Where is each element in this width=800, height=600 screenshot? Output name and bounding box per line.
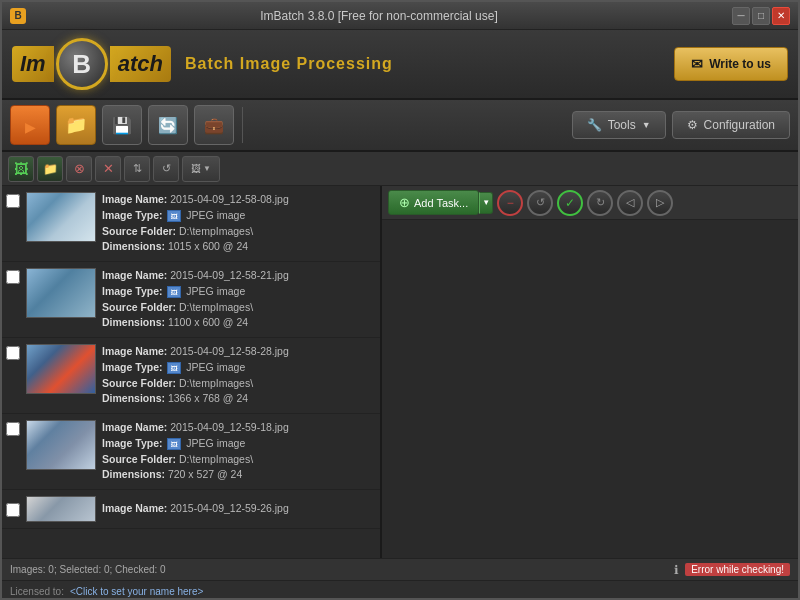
image-thumbnail-4 (26, 420, 96, 470)
licensed-to-label: Licensed to: (10, 586, 64, 597)
item-checkbox-1[interactable] (6, 194, 20, 208)
item-checkbox-4[interactable] (6, 422, 20, 436)
app-icon: B (10, 8, 26, 24)
task-area (382, 220, 798, 558)
minimize-button[interactable]: ─ (732, 7, 750, 25)
dropdown-arrow: ▼ (203, 164, 211, 173)
item-checkbox-5[interactable] (6, 503, 20, 517)
license-link[interactable]: <Click to set your name here> (70, 586, 203, 597)
add-image-icon: 🖼 (14, 161, 28, 177)
envelope-icon (691, 56, 703, 72)
task-action-5[interactable]: ◁ (617, 190, 643, 216)
image-info-2: Image Name: 2015-04-09_12-58-21.jpg Imag… (102, 268, 374, 331)
task-action-6[interactable]: ▷ (647, 190, 673, 216)
add-task-group: ⊕ Add Task... ▼ (388, 190, 493, 215)
minus-icon: − (507, 196, 514, 210)
main-toolbar: 📁 💾 🔄 💼 🔧 Tools ▼ ⚙ Configuration (2, 100, 798, 152)
refresh-button[interactable]: ↺ (153, 156, 179, 182)
logo-im: Im (12, 46, 54, 82)
write-to-us-button[interactable]: Write to us (674, 47, 788, 81)
list-item[interactable]: Image Name: 2015-04-09_12-59-18.jpg Imag… (2, 414, 380, 490)
gear-icon: ⚙ (687, 118, 698, 132)
window-title: ImBatch 3.8.0 [Free for non-commercial u… (26, 9, 732, 23)
main-content: Image Name: 2015-04-09_12-58-08.jpg Imag… (2, 186, 798, 558)
maximize-button[interactable]: □ (752, 7, 770, 25)
tools-dropdown-arrow: ▼ (642, 120, 651, 130)
task-icon-6: ▷ (656, 196, 664, 209)
image-thumbnail-5 (26, 496, 96, 522)
sort-button[interactable]: ⇅ (124, 156, 150, 182)
save-button[interactable]: 💾 (102, 105, 142, 145)
task-toolbar: ⊕ Add Task... ▼ − ↺ ✓ ↻ ◁ ▷ (382, 186, 798, 220)
view-icon: 🖼 (191, 163, 201, 174)
list-item[interactable]: Image Name: 2015-04-09_12-59-26.jpg (2, 490, 380, 529)
remove-icon: ⊗ (74, 161, 85, 176)
add-task-button[interactable]: ⊕ Add Task... (388, 190, 479, 215)
item-checkbox-3[interactable] (6, 346, 20, 360)
image-info-3: Image Name: 2015-04-09_12-58-28.jpg Imag… (102, 344, 374, 407)
task-undo-button[interactable]: ↺ (527, 190, 553, 216)
add-folder-icon: 📁 (43, 162, 58, 176)
remove-x-icon: ✕ (103, 161, 114, 176)
status-right: ℹ Error while checking! (674, 563, 790, 577)
task-redo-button[interactable]: ↻ (587, 190, 613, 216)
add-image-button[interactable]: 🖼 (8, 156, 34, 182)
window-controls: ─ □ ✕ (732, 7, 790, 25)
app-header: Im B atch Batch Image Processing Write t… (2, 30, 798, 100)
play-button[interactable] (10, 105, 50, 145)
list-item[interactable]: Image Name: 2015-04-09_12-58-21.jpg Imag… (2, 262, 380, 338)
task-remove-button[interactable]: − (497, 190, 523, 216)
logo-atch: atch (110, 46, 171, 82)
error-badge: Error while checking! (685, 563, 790, 576)
arrow-right-icon (25, 114, 36, 137)
briefcase-icon: 💼 (204, 116, 224, 135)
item-checkbox-2[interactable] (6, 270, 20, 284)
briefcase-button[interactable]: 💼 (194, 105, 234, 145)
image-info-1: Image Name: 2015-04-09_12-58-08.jpg Imag… (102, 192, 374, 255)
task-icon-5: ◁ (626, 196, 634, 209)
image-thumbnail-1 (26, 192, 96, 242)
image-thumbnail-3 (26, 344, 96, 394)
redo-icon: ↻ (596, 196, 605, 209)
sync-button[interactable]: 🔄 (148, 105, 188, 145)
list-item[interactable]: Image Name: 2015-04-09_12-58-08.jpg Imag… (2, 186, 380, 262)
status-bar: Images: 0; Selected: 0; Checked: 0 ℹ Err… (2, 558, 798, 580)
toolbar-separator (242, 107, 243, 143)
tools-button[interactable]: 🔧 Tools ▼ (572, 111, 666, 139)
info-icon-status: ℹ (674, 563, 679, 577)
list-item[interactable]: Image Name: 2015-04-09_12-58-28.jpg Imag… (2, 338, 380, 414)
wrench-icon: 🔧 (587, 118, 602, 132)
image-thumbnail-2 (26, 268, 96, 318)
folder-icon: 📁 (65, 114, 87, 136)
task-panel: ⊕ Add Task... ▼ − ↺ ✓ ↻ ◁ ▷ (382, 186, 798, 558)
save-icon: 💾 (112, 116, 132, 135)
sort-icon: ⇅ (133, 162, 142, 175)
image-info-4: Image Name: 2015-04-09_12-59-18.jpg Imag… (102, 420, 374, 483)
image-list-scroll[interactable]: Image Name: 2015-04-09_12-58-08.jpg Imag… (2, 186, 380, 558)
logo-area: Im B atch Batch Image Processing (12, 38, 393, 90)
image-list-panel: Image Name: 2015-04-09_12-58-08.jpg Imag… (2, 186, 382, 558)
refresh-icon: ↺ (162, 162, 171, 175)
sync-icon: 🔄 (158, 116, 178, 135)
close-button[interactable]: ✕ (772, 7, 790, 25)
license-bar: Licensed to: <Click to set your name her… (2, 580, 798, 600)
image-info-5: Image Name: 2015-04-09_12-59-26.jpg (102, 501, 374, 517)
image-action-toolbar: 🖼 📁 ⊗ ✕ ⇅ ↺ 🖼 ▼ (2, 152, 798, 186)
images-count-label: Images: 0; Selected: 0; Checked: 0 (10, 564, 166, 575)
task-confirm-button[interactable]: ✓ (557, 190, 583, 216)
logo-subtitle: Batch Image Processing (185, 55, 393, 73)
undo-icon: ↺ (536, 196, 545, 209)
logo-b-circle: B (56, 38, 108, 90)
remove-x-button[interactable]: ✕ (95, 156, 121, 182)
configuration-button[interactable]: ⚙ Configuration (672, 111, 790, 139)
title-bar: B ImBatch 3.8.0 [Free for non-commercial… (2, 2, 798, 30)
add-task-plus-icon: ⊕ (399, 195, 410, 210)
remove-checked-button[interactable]: ⊗ (66, 156, 92, 182)
view-dropdown-button[interactable]: 🖼 ▼ (182, 156, 220, 182)
open-folder-button[interactable]: 📁 (56, 105, 96, 145)
check-icon: ✓ (565, 196, 575, 210)
add-folder-button[interactable]: 📁 (37, 156, 63, 182)
add-task-dropdown-arrow[interactable]: ▼ (479, 192, 493, 214)
